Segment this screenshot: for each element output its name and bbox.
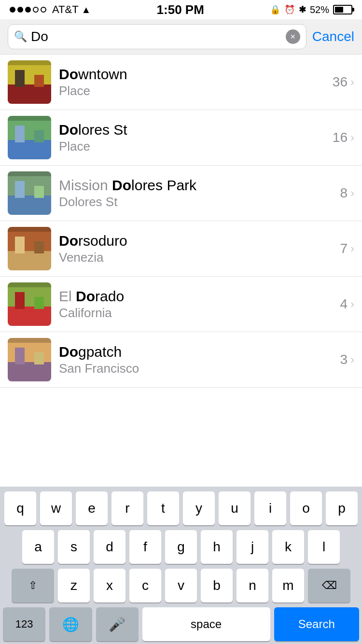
list-item[interactable]: El DoradoCalifornia4›	[0, 277, 362, 332]
globe-key[interactable]: 🌐	[49, 607, 92, 641]
status-time: 1:50 PM	[157, 2, 204, 17]
lock-icon: 🔒	[270, 4, 280, 15]
key-d[interactable]: d	[94, 530, 125, 564]
bluetooth-icon: ✱	[299, 4, 306, 15]
key-j[interactable]: j	[237, 530, 268, 564]
shift-key[interactable]: ⇧	[12, 569, 54, 602]
signal-dot-2	[17, 7, 23, 13]
key-l[interactable]: l	[308, 530, 340, 564]
keyboard: q w e r t y u i o p a s d f g h j k l ⇧ …	[0, 487, 362, 644]
search-input-wrap[interactable]: 🔍 ×	[8, 24, 306, 49]
search-input[interactable]	[31, 29, 282, 44]
status-left: AT&T ▲	[10, 3, 91, 16]
results-list: DowntownPlace36›Dolores StPlace16›Missio…	[0, 55, 362, 388]
key-q[interactable]: q	[4, 491, 36, 525]
wifi-icon: ▲	[82, 4, 91, 15]
clear-button[interactable]: ×	[286, 29, 300, 44]
search-icon: 🔍	[14, 30, 27, 43]
carrier-label: AT&T	[52, 3, 79, 16]
key-y[interactable]: y	[183, 491, 215, 525]
key-v[interactable]: v	[165, 569, 197, 602]
battery-fill	[335, 7, 343, 13]
keyboard-row-4: 123 🌐 🎤 space Search	[3, 607, 359, 641]
search-bar: 🔍 × Cancel	[0, 19, 362, 55]
keyboard-row-3: ⇧ z x c v b n m ⌫	[3, 569, 359, 602]
search-key[interactable]: Search	[274, 607, 360, 641]
signal-dots	[10, 7, 46, 13]
numbers-key[interactable]: 123	[3, 607, 45, 641]
key-n[interactable]: n	[237, 569, 268, 602]
signal-dot-5	[41, 7, 46, 13]
signal-dot-4	[33, 7, 39, 13]
signal-dot-3	[25, 7, 31, 13]
key-a[interactable]: a	[22, 530, 54, 564]
battery-percent: 52%	[310, 4, 329, 15]
key-f[interactable]: f	[129, 530, 161, 564]
key-k[interactable]: k	[272, 530, 304, 564]
key-u[interactable]: u	[219, 491, 251, 525]
keyboard-row-2: a s d f g h j k l	[3, 530, 359, 564]
mic-key[interactable]: 🎤	[96, 607, 139, 641]
key-o[interactable]: o	[290, 491, 322, 525]
key-i[interactable]: i	[254, 491, 286, 525]
keyboard-row-1: q w e r t y u i o p	[3, 491, 359, 525]
status-bar: AT&T ▲ 1:50 PM 🔒 ⏰ ✱ 52%	[0, 0, 362, 19]
key-g[interactable]: g	[165, 530, 197, 564]
list-item[interactable]: DogpatchSan Francisco3›	[0, 332, 362, 388]
key-x[interactable]: x	[94, 569, 125, 602]
delete-key[interactable]: ⌫	[308, 569, 350, 602]
key-m[interactable]: m	[272, 569, 304, 602]
cancel-button[interactable]: Cancel	[312, 29, 354, 44]
key-s[interactable]: s	[58, 530, 90, 564]
key-p[interactable]: p	[326, 491, 358, 525]
clock-icon: ⏰	[284, 4, 295, 15]
battery-icon	[333, 5, 352, 14]
key-w[interactable]: w	[40, 491, 72, 525]
space-key[interactable]: space	[142, 607, 270, 641]
list-item[interactable]: Mission Dolores ParkDolores St8›	[0, 166, 362, 221]
status-right: 🔒 ⏰ ✱ 52%	[270, 4, 352, 15]
list-item[interactable]: DowntownPlace36›	[0, 55, 362, 110]
key-e[interactable]: e	[76, 491, 108, 525]
key-r[interactable]: r	[111, 491, 143, 525]
signal-dot-1	[10, 7, 15, 13]
key-z[interactable]: z	[58, 569, 90, 602]
list-item[interactable]: Dolores StPlace16›	[0, 110, 362, 166]
key-t[interactable]: t	[147, 491, 179, 525]
key-c[interactable]: c	[129, 569, 161, 602]
key-h[interactable]: h	[201, 530, 233, 564]
key-b[interactable]: b	[201, 569, 233, 602]
list-item[interactable]: DorsoduroVenezia7›	[0, 221, 362, 277]
